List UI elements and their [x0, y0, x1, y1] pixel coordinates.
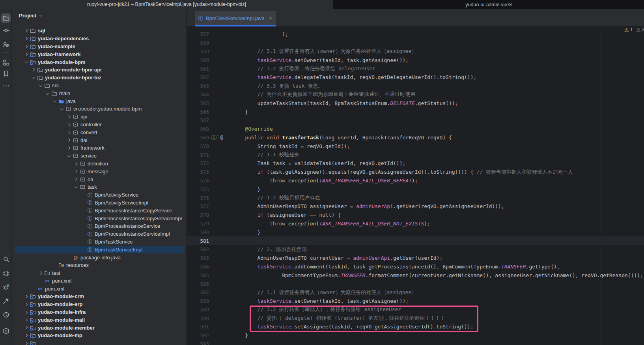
- chevron-right-icon[interactable]: [73, 176, 79, 182]
- line-number[interactable]: 568: [187, 126, 209, 132]
- annotation-gutter-icon[interactable]: @: [220, 135, 223, 140]
- chevron-right-icon[interactable]: [23, 324, 30, 331]
- chevron-right-icon[interactable]: [23, 309, 30, 315]
- chevron-down-icon[interactable]: [65, 153, 72, 159]
- project-panel-header[interactable]: Project: [19, 12, 43, 19]
- chevron-right-icon[interactable]: [65, 121, 72, 128]
- chevron-down-icon[interactable]: [23, 59, 30, 65]
- line-number[interactable]: 581: [187, 238, 209, 244]
- chevron-right-icon[interactable]: [23, 43, 30, 49]
- profiler-icon[interactable]: [1, 310, 11, 319]
- debug-icon[interactable]: [1, 282, 11, 292]
- build-icon[interactable]: [1, 296, 11, 306]
- line-number[interactable]: 583: [187, 255, 209, 261]
- tree-item-yudao-module-member[interactable]: yudao-module-member: [12, 324, 187, 332]
- tree-item-framework[interactable]: framework: [12, 144, 187, 152]
- line-number[interactable]: 584: [187, 264, 209, 270]
- chevron-right-icon[interactable]: [65, 137, 72, 143]
- line-number[interactable]: 574: [187, 178, 209, 184]
- tree-item-yudao-module-mall[interactable]: yudao-module-mall: [12, 316, 187, 324]
- line-number[interactable]: 591: [187, 324, 209, 330]
- tree-item-oa[interactable]: oa: [12, 175, 187, 183]
- code-lines[interactable]: 557 );558559 // 3.1 设置任务所有人（owner）为原任务的处…: [187, 30, 644, 345]
- line-number[interactable]: 578: [187, 212, 209, 218]
- line-number[interactable]: 570: [187, 143, 209, 149]
- tree-item-yudao-dependencies[interactable]: yudao-dependencies: [12, 35, 187, 43]
- tree-item-convert[interactable]: convert: [12, 128, 187, 136]
- chevron-down-icon[interactable]: [30, 75, 37, 81]
- chevron-right-icon[interactable]: [23, 301, 30, 308]
- tree-item-test[interactable]: test: [12, 269, 187, 277]
- chevron-down-icon[interactable]: [44, 90, 51, 96]
- tree-item-controller[interactable]: controller: [12, 121, 187, 129]
- structure-icon[interactable]: [1, 58, 11, 67]
- tree-item-resources[interactable]: resources: [12, 261, 187, 269]
- tree-item-api[interactable]: api: [12, 113, 187, 121]
- tree-item-yudao-module-infra[interactable]: yudao-module-infra: [12, 308, 187, 316]
- line-number[interactable]: 571: [187, 152, 209, 158]
- tree-item-cn-iocoder-yudao-module-bpm[interactable]: cn.iocoder.yudao.module.bpm: [12, 105, 187, 113]
- tree-item-dal[interactable]: dal: [12, 136, 187, 144]
- chevron-right-icon[interactable]: [23, 51, 30, 57]
- tree-item-clipped[interactable]: [12, 339, 187, 345]
- chevron-right-icon[interactable]: [65, 129, 72, 135]
- tree-item-yudao-framework[interactable]: yudao-framework: [12, 50, 187, 58]
- tree-item-task[interactable]: task: [12, 183, 187, 191]
- line-number[interactable]: 567: [187, 117, 209, 123]
- line-number[interactable]: 563: [187, 83, 209, 89]
- line-number[interactable]: 569: [187, 135, 209, 141]
- chevron-down-icon[interactable]: [58, 106, 65, 112]
- tree-item-bpmprocessinstanceserviceimpl[interactable]: CBpmProcessInstanceServiceImpl: [12, 230, 187, 238]
- tree-item-bpmactivityservice[interactable]: IBpmActivityService: [12, 191, 187, 199]
- tree-item-definition[interactable]: definition: [12, 160, 187, 168]
- line-number[interactable]: 559: [187, 49, 209, 54]
- chevron-right-icon[interactable]: [73, 168, 79, 174]
- tree-item-message[interactable]: message: [12, 167, 187, 175]
- tree-item-main[interactable]: main: [12, 89, 187, 97]
- tree-item-service[interactable]: service: [12, 152, 187, 160]
- tree-item-yudao-module-crm[interactable]: yudao-module-crm: [12, 292, 187, 300]
- line-number[interactable]: 564: [187, 92, 209, 98]
- chevron-right-icon[interactable]: [23, 28, 30, 34]
- chevron-right-icon[interactable]: [30, 67, 37, 73]
- tree-item-sql[interactable]: sql: [12, 27, 187, 35]
- chevron-right-icon[interactable]: [23, 36, 30, 42]
- chevron-right-icon[interactable]: [23, 293, 30, 300]
- project-folder-icon[interactable]: [1, 13, 11, 23]
- gutter-override-icons[interactable]: I↑@: [209, 135, 233, 140]
- line-number[interactable]: 572: [187, 160, 209, 166]
- line-number[interactable]: 573: [187, 169, 209, 175]
- tree-item-yudao-module-bpm[interactable]: yudao-module-bpm: [12, 58, 187, 66]
- tree-item-yudao-example[interactable]: yudao-example: [12, 43, 187, 51]
- tree-item-bpmprocessinstancecopyserviceimpl[interactable]: CBpmProcessInstanceCopyServiceImpl: [12, 214, 187, 222]
- tree-item-pom-xml[interactable]: mpom.xml: [12, 285, 187, 292]
- line-number[interactable]: 592: [187, 332, 209, 338]
- tree-item-yudao-module-bpm-biz[interactable]: yudao-module-bpm-biz: [12, 74, 187, 82]
- chevron-right-icon[interactable]: [23, 332, 30, 339]
- line-number[interactable]: 590: [187, 315, 209, 321]
- line-number[interactable]: 562: [187, 74, 209, 80]
- run-services-icon[interactable]: [1, 326, 11, 336]
- tree-item-bpmprocessinstancecopyservice[interactable]: IBpmProcessInstanceCopyService: [12, 206, 187, 214]
- line-number[interactable]: 586: [187, 281, 209, 287]
- inspections-widget[interactable]: ⚠1 ⚠3: [624, 27, 644, 32]
- chevron-right-icon[interactable]: [73, 160, 79, 167]
- line-number[interactable]: 587: [187, 289, 209, 295]
- services-icon[interactable]: [1, 268, 11, 278]
- tree-item-pom-xml[interactable]: mpom.xml: [12, 277, 187, 285]
- line-number[interactable]: 576: [187, 195, 209, 201]
- line-number[interactable]: 588: [187, 298, 209, 304]
- line-number[interactable]: 560: [187, 57, 209, 63]
- close-tab-icon[interactable]: ×: [269, 15, 272, 21]
- tree-item-src[interactable]: src: [12, 82, 187, 90]
- search-icon[interactable]: [1, 254, 11, 264]
- tree-item-yudao-module-mp[interactable]: yudao-module-mp: [12, 332, 187, 339]
- bookmarks-icon[interactable]: [1, 69, 11, 78]
- more-tool-windows-icon[interactable]: [1, 81, 11, 90]
- line-number[interactable]: 561: [187, 66, 209, 72]
- chevron-right-icon[interactable]: [23, 340, 30, 345]
- line-number[interactable]: 557: [187, 31, 209, 37]
- chevron-down-icon[interactable]: [37, 82, 44, 88]
- chevron-right-icon[interactable]: [23, 317, 30, 323]
- tree-item-yudao-module-bpm-api[interactable]: yudao-module-bpm-api: [12, 66, 187, 74]
